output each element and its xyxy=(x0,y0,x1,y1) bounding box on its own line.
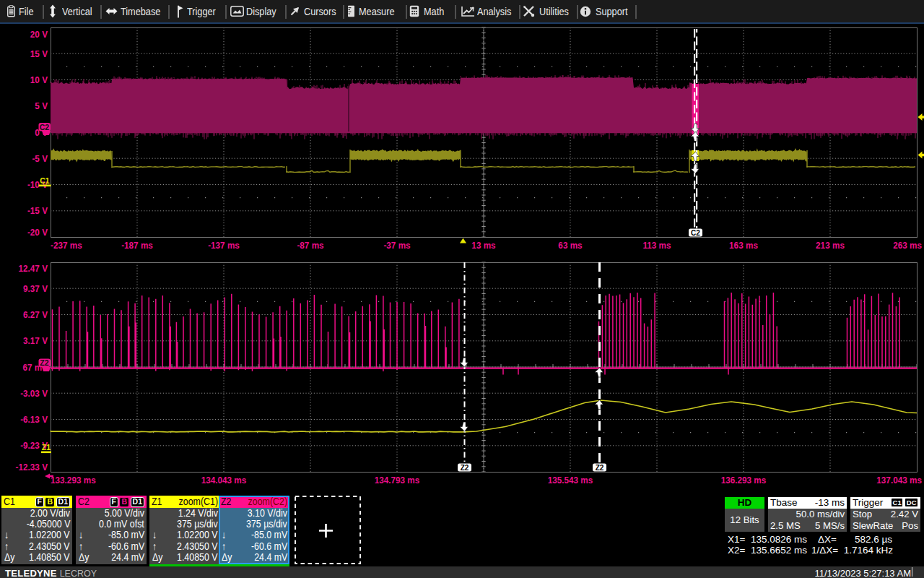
svg-text:10 V: 10 V xyxy=(30,75,48,85)
svg-text:15 V: 15 V xyxy=(30,49,48,59)
svg-text:Z2: Z2 xyxy=(596,464,604,472)
svg-text:63 ms: 63 ms xyxy=(558,241,583,251)
svg-text:Z2: Z2 xyxy=(461,464,469,472)
svg-text:3.17 V: 3.17 V xyxy=(23,336,48,346)
svg-text:-87 ms: -87 ms xyxy=(297,241,323,251)
svg-text:133.293 ms: 133.293 ms xyxy=(51,475,96,486)
svg-text:135.543 ms: 135.543 ms xyxy=(548,475,593,486)
svg-text:-6.13 V: -6.13 V xyxy=(20,415,48,425)
svg-text:-5 V: -5 V xyxy=(32,154,48,164)
svg-text:Z1: Z1 xyxy=(42,443,51,452)
svg-text:163 ms: 163 ms xyxy=(729,241,758,251)
svg-text:C2: C2 xyxy=(691,229,700,237)
svg-text:-20 V: -20 V xyxy=(27,227,48,237)
svg-text:C1: C1 xyxy=(40,176,50,185)
svg-text:6.27 V: 6.27 V xyxy=(23,310,48,320)
svg-text:13 ms: 13 ms xyxy=(471,241,496,251)
svg-text:-137 ms: -137 ms xyxy=(208,241,240,251)
svg-text:12.47 V: 12.47 V xyxy=(19,263,48,273)
svg-text:137.043 ms: 137.043 ms xyxy=(876,475,922,486)
svg-text:9.37 V: 9.37 V xyxy=(23,284,48,294)
svg-text:113 ms: 113 ms xyxy=(642,241,671,251)
svg-text:-15 V: -15 V xyxy=(27,206,48,216)
svg-text:213 ms: 213 ms xyxy=(816,241,845,251)
svg-text:134.043 ms: 134.043 ms xyxy=(201,475,247,486)
svg-text:5 V: 5 V xyxy=(35,101,48,111)
svg-text:263 ms: 263 ms xyxy=(893,241,922,251)
svg-text:-37 ms: -37 ms xyxy=(383,241,410,251)
svg-text:136.293 ms: 136.293 ms xyxy=(721,475,767,486)
svg-text:-187 ms: -187 ms xyxy=(121,241,153,251)
svg-text:20 V: 20 V xyxy=(30,29,48,39)
svg-text:C2: C2 xyxy=(40,123,50,131)
svg-text:Z2: Z2 xyxy=(40,358,48,367)
svg-text:-237 ms: -237 ms xyxy=(51,241,82,251)
svg-text:-3.03 V: -3.03 V xyxy=(20,389,48,399)
svg-text:134.793 ms: 134.793 ms xyxy=(375,475,420,486)
svg-text:-12.33 V: -12.33 V xyxy=(16,462,48,472)
